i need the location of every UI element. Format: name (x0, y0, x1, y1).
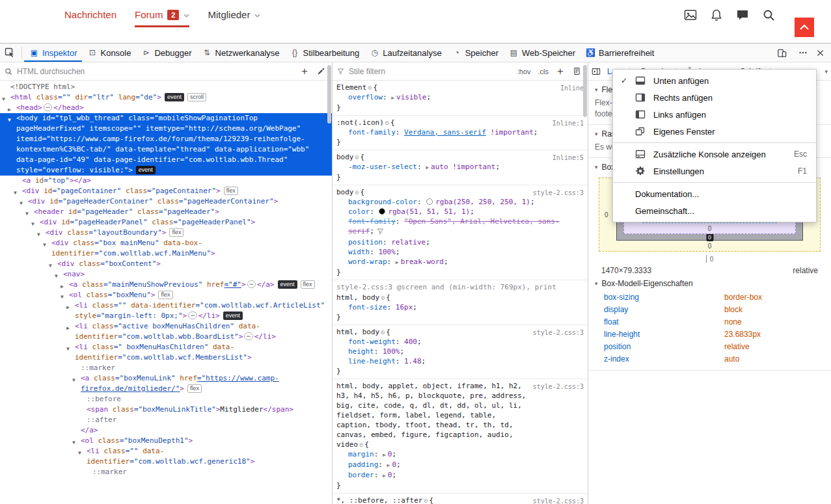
selector-highlighter-icon[interactable]: ⊙ (381, 294, 385, 301)
rule-selector[interactable]: :not(.icon) (336, 118, 384, 127)
badge-flex[interactable]: flex (158, 291, 172, 299)
collapse-arrow-icon[interactable]: ▼ (72, 375, 78, 386)
rule-selector[interactable]: html, body (336, 328, 379, 336)
tab-speicher[interactable]: ◔Speicher (447, 44, 504, 62)
tree-node[interactable]: ▶<a class="mainMenuShowPrevious" href="#… (0, 280, 332, 290)
tree-node[interactable]: ::marker (0, 467, 332, 477)
selected-node[interactable]: ▼<body id="tpl_wbb_thread" class="mobile… (0, 113, 332, 176)
stylesheet-link[interactable]: style-2.css:3 (533, 188, 584, 198)
tab-stilbearbeitung[interactable]: {}Stilbearbeitung (285, 44, 365, 62)
rule-selector[interactable]: *, ::before, ::after (336, 496, 422, 504)
ellipsis-pill[interactable]: ⋯ (188, 312, 197, 319)
box-model-properties-header[interactable]: ▾ Box-Modell-Eigenschaften (595, 279, 824, 288)
css-declaration[interactable]: height: 100%; (336, 347, 584, 356)
stylesheet-link[interactable]: style-2.css:3 (533, 328, 584, 338)
badge-scroll[interactable]: scroll (187, 93, 206, 101)
tree-node[interactable]: ▼<div id="pageHeaderContainer" class="pa… (0, 196, 332, 207)
rule-selector[interactable]: Element (336, 83, 366, 92)
tree-node[interactable]: ▼<ol class="boxMenuDepth1"> (0, 436, 332, 446)
selector-highlighter-icon[interactable]: ⊙ (359, 441, 363, 448)
css-declaration[interactable]: font-family: "Open Sans", Arial, Helveti… (336, 217, 584, 237)
menu-item-gemeinschaft[interactable]: Gemeinschaft... (613, 202, 816, 219)
expand-computed-icon[interactable]: ▶ (387, 462, 390, 468)
margin-left-value[interactable]: 0 (605, 211, 608, 219)
expand-arrow-icon[interactable]: ▶ (66, 302, 72, 313)
tab-barrierefreiheit[interactable]: ♿Barrierefreiheit (580, 44, 659, 62)
tree-node[interactable]: ▼<li class=" boxMenuHasChildren" data-id… (0, 342, 332, 363)
badge-flex[interactable]: flex (169, 228, 184, 237)
tab-konsole[interactable]: ⊡Konsole (82, 44, 136, 62)
tree-node[interactable]: ▼<html class="" dir="ltr" lang="de">even… (0, 92, 332, 103)
tree-node[interactable]: <a id="top"></a> (0, 176, 332, 186)
color-swatch[interactable] (426, 198, 433, 205)
property-value[interactable]: block (724, 304, 742, 316)
ellipsis-pill[interactable]: ⋯ (244, 332, 252, 340)
css-declaration[interactable]: font-family: Verdana, sans-serif !import… (336, 127, 584, 137)
property-value[interactable]: relative (724, 341, 750, 353)
property-value[interactable]: auto (724, 353, 739, 365)
tree-node[interactable]: ▼<li class="" data-identifier="com.woltl… (0, 446, 332, 467)
toggle-pseudo-classes-button[interactable]: :hov (515, 68, 533, 75)
nav-item-mitglieder[interactable]: Mitglieder (208, 9, 260, 27)
css-declaration[interactable]: margin: ▶0; (336, 449, 584, 460)
tree-node[interactable]: ▶<li class="active boxMenuHasChildren" d… (0, 321, 332, 342)
margin-bottom-value[interactable]: 0 (708, 243, 712, 250)
badge-flex[interactable]: flex (301, 280, 315, 289)
padding-bottom-value[interactable]: 0 (708, 225, 712, 232)
tree-node[interactable]: <!DOCTYPE html> (0, 82, 332, 92)
search-icon[interactable] (762, 8, 775, 21)
css-declaration[interactable]: width: 100%; (336, 247, 584, 257)
css-declaration[interactable]: border: ▶0; (336, 470, 584, 481)
section-twisty-icon[interactable]: ▾ (595, 86, 598, 93)
menu-item-eigenes-fenster[interactable]: Eigenes Fenster (613, 123, 816, 140)
tree-node[interactable]: ▼<div class="layoutBoundary">flex (0, 228, 332, 238)
markup-scrollbar[interactable] (327, 65, 331, 124)
scroll-top-button[interactable] (795, 18, 814, 37)
css-declaration[interactable]: word-wrap: ▶break-word; (336, 257, 584, 267)
rules-scrollbar[interactable] (583, 65, 587, 117)
css-declaration[interactable]: padding: ▶0; (336, 460, 584, 470)
image-icon[interactable] (684, 8, 697, 21)
tree-node[interactable]: ▼<header id="pageHeader" class="pageHead… (0, 207, 332, 217)
expand-computed-icon[interactable]: ▶ (383, 473, 386, 479)
menu-item-unten-anfügen[interactable]: ✓Unten anfügen (613, 72, 816, 89)
section-twisty-icon[interactable]: ▾ (595, 280, 598, 287)
tab-inspektor[interactable]: ▣Inspektor (24, 44, 82, 62)
stylesheet-link[interactable]: Inline:5 (552, 153, 584, 163)
tree-node[interactable]: ▼<div class="box mainMenu" data-box-iden… (0, 238, 332, 259)
css-declaration[interactable]: background-color: rgba(250, 250, 250, 1)… (336, 197, 584, 207)
rule-selector[interactable]: html, body, applet, object, iframe, h1, … (336, 382, 526, 449)
add-rule-button[interactable]: + (554, 65, 567, 78)
tab-netzwerkanalyse[interactable]: ⇅Netzwerkanalyse (197, 44, 285, 62)
selector-highlighter-icon[interactable]: ⊙ (355, 189, 359, 196)
badge-flex[interactable]: flex (224, 187, 238, 195)
collapse-arrow-icon[interactable]: ▼ (78, 448, 84, 458)
expand-computed-icon[interactable]: ▶ (426, 165, 429, 170)
rule-selector[interactable]: body (336, 188, 354, 196)
badge-flex[interactable]: flex (187, 384, 202, 393)
ellipsis-pill[interactable]: ⋯ (247, 280, 256, 288)
selector-highlighter-icon[interactable]: ⊙ (381, 328, 385, 336)
tree-node[interactable]: ::marker (0, 363, 332, 373)
tree-node[interactable]: ▼<a class="boxMenuLink" href="https://ww… (0, 373, 332, 394)
css-declaration[interactable]: overflow: ▶visible; (336, 92, 584, 103)
selector-highlighter-icon[interactable]: ⊙ (355, 153, 359, 161)
meatball-menu-icon[interactable] (795, 45, 811, 60)
tab-laufzeitanalyse[interactable]: ◷Laufzeitanalyse (364, 44, 446, 62)
css-declaration[interactable]: font-size: 16px; (336, 302, 584, 312)
markup-search-input[interactable] (16, 66, 295, 77)
menu-item-links-anfügen[interactable]: Links anfügen (613, 106, 816, 123)
expand-arrow-icon[interactable]: ▶ (66, 323, 72, 334)
tree-node[interactable]: ::after (0, 415, 332, 425)
tabs-overflow-icon[interactable]: ▾ (824, 68, 828, 75)
selector-highlighter-icon[interactable]: ⊙ (385, 119, 389, 126)
tree-node[interactable]: ▼<div id="pageHeaderPanel" class="pageHe… (0, 217, 332, 228)
tree-node[interactable]: </a> (0, 425, 332, 436)
ellipsis-pill[interactable]: ⋯ (44, 103, 52, 111)
menu-item-dokumentation[interactable]: Dokumentation... (613, 185, 816, 202)
section-twisty-icon[interactable]: ▾ (595, 131, 598, 137)
collapse-arrow-icon[interactable]: ▼ (8, 115, 14, 126)
responsive-mode-icon[interactable] (773, 45, 790, 60)
toggle-classes-button[interactable]: .cls (536, 68, 551, 75)
rule-selector[interactable]: body (336, 153, 354, 161)
